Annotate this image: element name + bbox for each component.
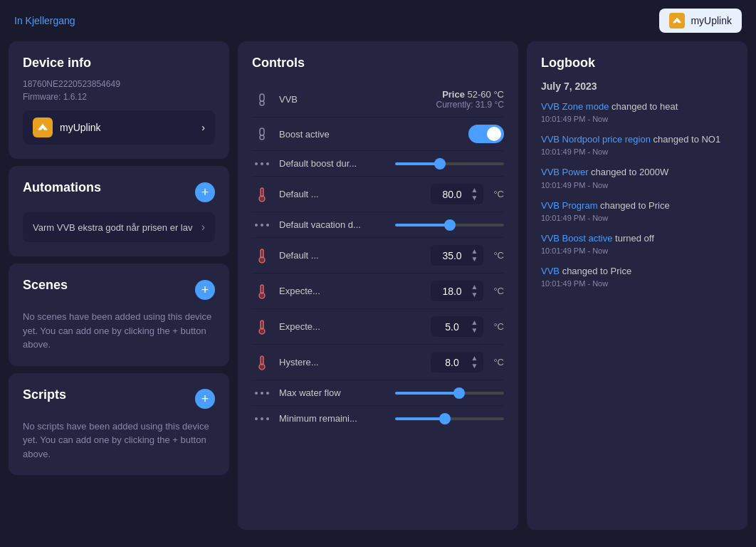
log-entry-0: VVB Zone mode changed to heat 10:01:49 P… xyxy=(541,100,733,123)
hysteresis-up-arrow[interactable]: ▲ xyxy=(471,355,478,362)
default-temp-label: Default ... xyxy=(279,189,424,199)
expected2-up-arrow[interactable]: ▲ xyxy=(471,319,478,326)
vacation-icon xyxy=(252,224,272,226)
vacation-slider-container xyxy=(395,224,504,226)
myuplink-link[interactable]: myUplink › xyxy=(23,110,215,145)
boost-toggle[interactable] xyxy=(468,125,504,143)
topbar: In Kjellergang myUplink xyxy=(0,0,756,41)
default-temp-up-arrow[interactable]: ▲ xyxy=(471,187,478,194)
svg-rect-13 xyxy=(261,249,263,258)
log-entry-3-text: VVB Program changed to Price xyxy=(541,199,733,212)
svg-point-11 xyxy=(261,224,263,226)
expected1-icon xyxy=(252,283,272,299)
hysteresis-input-group: ▲ ▼ xyxy=(431,352,484,373)
log-highlight-5: VVB xyxy=(541,266,560,276)
vacation-temp-up-arrow[interactable]: ▲ xyxy=(471,248,478,255)
expected2-arrows: ▲ ▼ xyxy=(471,319,478,334)
default-temp-input-group: ▲ ▼ xyxy=(431,184,484,204)
svg-point-16 xyxy=(259,293,265,298)
min-remaining-icon xyxy=(252,417,272,420)
log-highlight-4: VVB Boost active xyxy=(541,233,612,244)
svg-point-5 xyxy=(255,162,258,165)
location-link[interactable]: In Kjellergang xyxy=(14,15,75,26)
svg-rect-17 xyxy=(261,321,263,329)
log-entry-4-text: VVB Boost active turned off xyxy=(541,232,733,245)
expected2-icon xyxy=(252,319,272,335)
log-text-2: changed to 2000W xyxy=(588,167,668,177)
automation-item[interactable]: Varm VVB ekstra godt når prisen er lav › xyxy=(23,212,215,242)
vacation-temp-input[interactable] xyxy=(436,250,468,261)
max-flow-label: Max water flow xyxy=(279,387,388,398)
vacation-slider[interactable] xyxy=(395,224,504,226)
log-time-2: 10:01:49 PM - Now xyxy=(541,181,733,189)
boost-label: Boost active xyxy=(279,129,461,140)
boost-duration-icon xyxy=(252,162,272,165)
expected2-input[interactable] xyxy=(436,321,468,333)
boost-duration-slider[interactable] xyxy=(395,162,504,165)
vvb-price-group: Price 52-60 °C Currently: 31.9 °C xyxy=(395,89,504,110)
log-entry-1-text: VVB Nordpool price region changed to NO1 xyxy=(541,133,733,146)
add-script-button[interactable]: + xyxy=(195,389,215,409)
max-flow-slider-container xyxy=(395,392,504,395)
myuplink-link-left: myUplink xyxy=(33,118,101,137)
vacation-temp-down-arrow[interactable]: ▼ xyxy=(471,256,478,263)
svg-point-24 xyxy=(255,417,258,420)
automation-chevron-icon: › xyxy=(201,221,205,234)
vacation-temp-icon xyxy=(252,248,272,264)
myuplink-button[interactable]: myUplink xyxy=(659,9,742,33)
boost-duration-label: Default boost dur... xyxy=(279,158,388,169)
svg-point-14 xyxy=(259,257,265,263)
myuplink-label: myUplink xyxy=(691,15,732,26)
log-text-5: changed to Price xyxy=(560,266,631,276)
default-temp-input[interactable] xyxy=(436,189,468,200)
svg-rect-3 xyxy=(260,128,264,135)
expected2-down-arrow[interactable]: ▼ xyxy=(471,327,478,334)
svg-rect-8 xyxy=(261,188,263,197)
svg-point-12 xyxy=(266,224,269,226)
vacation-label: Default vacation d... xyxy=(279,219,388,230)
min-remaining-slider[interactable] xyxy=(395,417,504,420)
hysteresis-input[interactable] xyxy=(436,357,468,368)
boost-icon xyxy=(252,127,272,141)
device-info-card: Device info 18760NE2220523854649 Firmwar… xyxy=(9,41,229,159)
expected1-down-arrow[interactable]: ▼ xyxy=(471,291,478,298)
log-entry-1: VVB Nordpool price region changed to NO1… xyxy=(541,133,733,156)
expected1-input[interactable] xyxy=(436,286,468,297)
firmware-version: Firmware: 1.6.12 xyxy=(23,92,215,102)
log-text-3: changed to Price xyxy=(597,200,669,211)
svg-rect-15 xyxy=(261,285,263,293)
expected1-up-arrow[interactable]: ▲ xyxy=(471,283,478,291)
svg-point-25 xyxy=(261,417,263,420)
max-flow-slider[interactable] xyxy=(395,392,504,395)
log-time-5: 10:01:49 PM - Now xyxy=(541,279,733,288)
logbook-panel: Logbook July 7, 2023 VVB Zone mode chang… xyxy=(527,41,747,530)
hysteresis-label: Hystere... xyxy=(279,357,424,368)
default-temp-arrows: ▲ ▼ xyxy=(471,187,478,202)
control-row-default-temp: Default ... ▲ ▼ °C xyxy=(252,177,504,212)
myuplink-link-label: myUplink xyxy=(60,122,101,133)
svg-point-10 xyxy=(255,224,258,226)
scripts-empty-text: No scripts have been added using this de… xyxy=(23,420,215,462)
hysteresis-icon xyxy=(252,355,272,370)
control-row-hysteresis: Hystere... ▲ ▼ °C xyxy=(252,345,504,380)
log-time-1: 10:01:49 PM - Now xyxy=(541,147,733,156)
min-remaining-slider-container xyxy=(395,417,504,420)
vvb-icon xyxy=(252,93,272,107)
log-time-3: 10:01:49 PM - Now xyxy=(541,214,733,222)
svg-point-21 xyxy=(255,392,258,395)
add-automation-button[interactable]: + xyxy=(195,182,215,202)
log-text-4: turned off xyxy=(612,233,653,244)
svg-point-23 xyxy=(266,392,269,395)
scenes-header: Scenes + xyxy=(23,278,215,301)
vvb-label: VVB xyxy=(279,94,388,105)
hysteresis-down-arrow[interactable]: ▼ xyxy=(471,363,478,370)
control-row-vacation: Default vacation d... xyxy=(252,212,504,238)
svg-rect-0 xyxy=(260,94,264,101)
default-temp-down-arrow[interactable]: ▼ xyxy=(471,194,478,202)
add-scene-button[interactable]: + xyxy=(195,280,215,300)
expected1-unit: °C xyxy=(493,286,504,296)
scripts-header: Scripts + xyxy=(23,387,215,411)
device-info-title: Device info xyxy=(23,56,215,71)
control-row-expected2: Expecte... ▲ ▼ °C xyxy=(252,309,504,345)
control-row-boost: Boost active xyxy=(252,118,504,151)
